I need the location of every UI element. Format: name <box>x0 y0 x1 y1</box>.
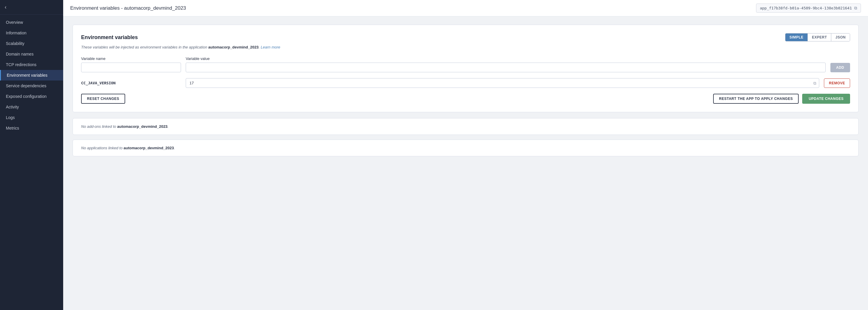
add-variable-button[interactable]: ADD <box>830 63 850 72</box>
new-var-value-group: Variable value <box>186 56 826 72</box>
variable-name: CC_JAVA_VERSION <box>81 81 181 85</box>
sidebar-item-logs[interactable]: Logs <box>0 112 63 123</box>
new-var-name-group: Variable name <box>81 56 181 72</box>
app-id-display: app_f17b38fd-b01a-4509-9bc4-138e3b021641… <box>756 3 861 12</box>
variable-value-wrap: ⧉ <box>186 78 819 88</box>
footer-right-actions: RESTART THE APP TO APPLY CHANGES UPDATE … <box>713 94 850 104</box>
reset-changes-button[interactable]: RESET CHANGES <box>81 94 125 104</box>
sidebar-nav: Overview Information Scalability Domain … <box>0 15 63 310</box>
variable-value-input[interactable] <box>186 78 819 88</box>
sidebar-item-service-dependencies[interactable]: Service dependencies <box>0 81 63 91</box>
description-prefix: These variables will be injected as envi… <box>81 45 208 50</box>
page-header: Environment variables - automacorp_devmi… <box>63 0 868 17</box>
restart-app-button[interactable]: RESTART THE APP TO APPLY CHANGES <box>713 94 799 104</box>
view-mode-expert-button[interactable]: EXPERT <box>808 33 831 41</box>
sidebar-item-tcp-redirections[interactable]: TCP redirections <box>0 59 63 70</box>
env-vars-footer: RESET CHANGES RESTART THE APP TO APPLY C… <box>81 94 850 104</box>
sidebar-item-overview[interactable]: Overview <box>0 17 63 28</box>
sidebar-item-scalability[interactable]: Scalability <box>0 38 63 49</box>
sidebar-item-metrics[interactable]: Metrics <box>0 123 63 133</box>
learn-more-link[interactable]: Learn more <box>260 45 280 50</box>
apps-info-card: No applications linked to automacorp_dev… <box>72 140 859 156</box>
addons-app-name: automacorp_devmind_2023 <box>117 124 167 129</box>
copy-value-icon[interactable]: ⧉ <box>813 81 816 86</box>
add-variable-form: Variable name Variable value ADD <box>81 56 850 72</box>
sidebar: ‹ Overview Information Scalability Domai… <box>0 0 63 310</box>
remove-variable-button[interactable]: REMOVE <box>824 79 850 88</box>
new-var-value-input[interactable] <box>186 63 826 72</box>
view-mode-toggle: SIMPLE EXPERT JSON <box>785 33 850 41</box>
apps-text-prefix: No applications linked to <box>81 146 124 150</box>
addons-text-prefix: No add-ons linked to <box>81 124 117 129</box>
env-vars-card: Environment variables SIMPLE EXPERT JSON… <box>72 25 859 112</box>
apps-app-name: automacorp_devmind_2023 <box>124 146 174 150</box>
var-name-label: Variable name <box>81 56 181 61</box>
page-title: Environment variables - automacorp_devmi… <box>70 5 186 11</box>
env-vars-card-header: Environment variables SIMPLE EXPERT JSON <box>81 33 850 41</box>
env-vars-description: These variables will be injected as envi… <box>81 45 850 50</box>
sidebar-toggle-button[interactable]: ‹ <box>0 0 63 15</box>
sidebar-item-activity[interactable]: Activity <box>0 102 63 112</box>
apps-text-suffix: . <box>174 146 175 150</box>
variable-row: CC_JAVA_VERSION ⧉ REMOVE <box>81 78 850 88</box>
view-mode-simple-button[interactable]: SIMPLE <box>785 33 808 41</box>
sidebar-item-information[interactable]: Information <box>0 28 63 38</box>
update-changes-button[interactable]: UPDATE CHANGES <box>802 94 850 104</box>
view-mode-json-button[interactable]: JSON <box>831 33 850 41</box>
sidebar-item-environment-variables[interactable]: Environment variables <box>0 70 63 81</box>
env-vars-title: Environment variables <box>81 34 138 40</box>
main-area: Environment variables - automacorp_devmi… <box>63 0 868 310</box>
sidebar-item-domain-names[interactable]: Domain names <box>0 49 63 59</box>
copy-app-id-icon[interactable]: ⧉ <box>854 6 857 10</box>
description-app-name: automacorp_devmind_2023 <box>208 45 258 50</box>
page-content: Environment variables SIMPLE EXPERT JSON… <box>63 17 868 310</box>
new-var-name-input[interactable] <box>81 63 181 72</box>
addons-info-card: No add-ons linked to automacorp_devmind_… <box>72 118 859 135</box>
addons-text-suffix: . <box>167 124 169 129</box>
sidebar-item-exposed-configuration[interactable]: Exposed configuration <box>0 91 63 102</box>
app-id-text: app_f17b38fd-b01a-4509-9bc4-138e3b021641 <box>760 6 852 10</box>
var-value-label: Variable value <box>186 56 826 61</box>
